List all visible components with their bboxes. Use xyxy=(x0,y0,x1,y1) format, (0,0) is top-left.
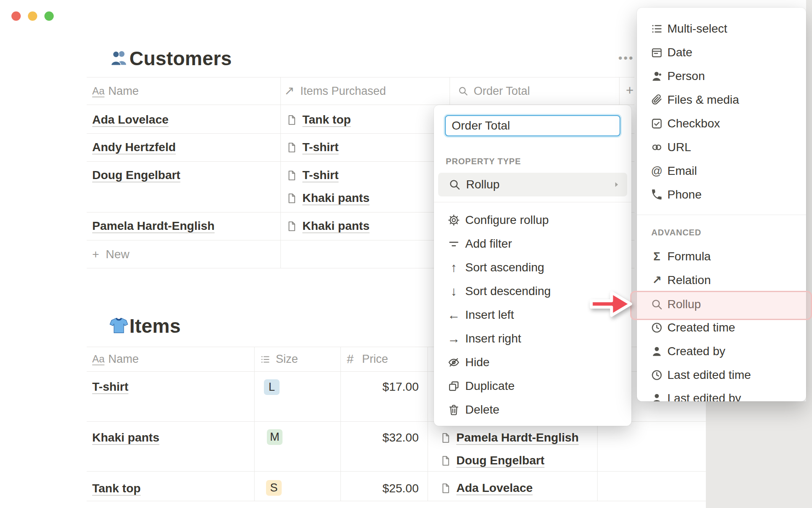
type-option-last-edited-by[interactable]: Last edited by xyxy=(637,387,806,401)
size-tag[interactable]: M xyxy=(267,429,283,445)
customer-name-link[interactable]: Doug Engelbart xyxy=(92,168,180,183)
paperclip-icon xyxy=(650,94,663,106)
new-row-button[interactable]: + New xyxy=(92,247,129,262)
add-column-button[interactable]: + xyxy=(626,83,634,98)
rollup-icon xyxy=(448,178,461,191)
size-tag[interactable]: S xyxy=(266,480,282,496)
type-option-relation[interactable]: ↗ Relation xyxy=(637,268,806,292)
relation-page-link[interactable]: Khaki pants xyxy=(286,190,370,206)
type-option-last-edited-time[interactable]: Last edited time xyxy=(637,363,806,387)
item-name-link[interactable]: T-shirt xyxy=(92,379,129,395)
customer-name-link[interactable]: Andy Hertzfeld xyxy=(92,140,176,155)
page-link-label: Khaki pants xyxy=(302,219,370,233)
plus-icon: + xyxy=(92,248,99,261)
column-header-price[interactable]: Price xyxy=(362,351,388,367)
item-name-link[interactable]: Khaki pants xyxy=(92,430,159,445)
relation-page-link[interactable]: T-shirt xyxy=(286,140,339,155)
arrow-right-icon: → xyxy=(447,332,460,345)
menu-divider xyxy=(434,202,631,202)
zoom-window-button[interactable] xyxy=(44,11,54,21)
arrow-left-icon: ← xyxy=(447,309,460,321)
table-grid-line xyxy=(280,77,281,268)
page-icon xyxy=(286,114,297,126)
relation-page-link[interactable]: Doug Engelbart xyxy=(440,453,544,468)
customer-name-link[interactable]: Ada Lovelace xyxy=(92,112,169,127)
price-cell[interactable]: $25.00 xyxy=(340,481,419,496)
page-icon xyxy=(286,170,297,181)
desktop-background xyxy=(706,401,812,508)
menu-item-add-filter[interactable]: Add filter xyxy=(434,232,631,256)
page-link-label: Pamela Hardt-English xyxy=(456,431,579,444)
size-tag[interactable]: L xyxy=(264,379,280,395)
relation-page-link[interactable]: Khaki pants xyxy=(286,218,370,234)
customers-db-title[interactable]: Customers xyxy=(129,47,232,70)
table-grid-line xyxy=(87,501,706,501)
notion-window: Customers ••• Aa Name ↗ Items Purchased … xyxy=(0,0,812,508)
page-link-label: Khaki pants xyxy=(302,191,370,205)
person-icon xyxy=(650,345,663,358)
tshirt-emoji-icon xyxy=(109,316,129,335)
property-menu: PROPERTY TYPE Rollup Configure r xyxy=(434,105,631,426)
page-link-label: T-shirt xyxy=(302,168,339,182)
table-grid-line xyxy=(254,347,255,501)
advanced-section-label: ADVANCED xyxy=(651,228,701,237)
price-cell[interactable]: $32.00 xyxy=(340,430,419,445)
arrow-up-icon: ↑ xyxy=(447,261,460,274)
menu-item-delete[interactable]: Delete xyxy=(434,398,631,422)
person-icon xyxy=(650,70,663,83)
type-option-checkbox[interactable]: Checkbox xyxy=(637,112,806,135)
type-option-url[interactable]: URL xyxy=(637,135,806,159)
column-header-size[interactable]: Size xyxy=(276,351,298,367)
page-icon xyxy=(440,432,451,444)
column-header-name[interactable]: Name xyxy=(108,83,139,99)
menu-item-configure-rollup[interactable]: Configure rollup xyxy=(434,208,631,232)
table-grid-line xyxy=(619,77,620,105)
relation-page-link[interactable]: Tank top xyxy=(286,112,351,127)
items-db-title[interactable]: Items xyxy=(129,315,181,337)
price-cell[interactable]: $17.00 xyxy=(340,379,419,395)
page-icon xyxy=(286,142,297,153)
type-option-formula[interactable]: Σ Formula xyxy=(637,245,806,268)
relation-icon: ↗ xyxy=(650,274,663,287)
property-name-input[interactable] xyxy=(445,115,620,136)
people-emoji-icon xyxy=(109,48,129,68)
column-header-name[interactable]: Name xyxy=(108,351,139,367)
relation-page-link[interactable]: Pamela Hardt-English xyxy=(440,430,579,445)
type-option-phone[interactable]: Phone xyxy=(637,183,806,207)
page-icon xyxy=(286,193,297,204)
column-header-order-total[interactable]: Order Total xyxy=(474,83,530,99)
select-list-icon xyxy=(260,354,271,365)
relation-icon: ↗ xyxy=(284,83,294,98)
eye-off-icon xyxy=(447,356,460,369)
person-icon xyxy=(650,392,663,401)
menu-item-duplicate[interactable]: Duplicate xyxy=(434,374,631,398)
rollup-icon xyxy=(458,86,469,97)
type-option-date[interactable]: Date xyxy=(637,41,806,64)
table-grid-line xyxy=(428,347,428,501)
selected-type-label: Rollup xyxy=(466,177,499,192)
menu-item-hide[interactable]: Hide xyxy=(434,351,631,374)
table-grid-line xyxy=(340,347,341,501)
type-option-created-by[interactable]: Created by xyxy=(637,340,806,363)
type-option-multi-select[interactable]: Multi-select xyxy=(637,17,806,41)
relation-page-link[interactable]: T-shirt xyxy=(286,168,339,183)
chevron-right-icon xyxy=(612,180,621,189)
column-header-items-purchased[interactable]: Items Purchased xyxy=(300,83,386,99)
minimize-window-button[interactable] xyxy=(28,11,37,21)
property-type-menu: Multi-select Date Person Files & media C… xyxy=(637,8,806,401)
close-window-button[interactable] xyxy=(11,11,21,21)
customer-name-link[interactable]: Pamela Hardt-English xyxy=(92,218,214,234)
text-type-icon: Aa xyxy=(92,83,104,99)
relation-page-link[interactable]: Ada Lovelace xyxy=(440,480,533,496)
menu-item-insert-right[interactable]: → Insert right xyxy=(434,327,631,351)
type-option-files-media[interactable]: Files & media xyxy=(637,88,806,112)
red-arrow-annotation xyxy=(589,289,634,319)
type-option-person[interactable]: Person xyxy=(637,64,806,88)
type-option-email[interactable]: @ Email xyxy=(637,159,806,183)
menu-item-sort-ascending[interactable]: ↑ Sort ascending xyxy=(434,256,631,279)
property-type-selector[interactable]: Rollup xyxy=(438,173,627,196)
clock-icon xyxy=(650,369,663,381)
item-name-link[interactable]: Tank top xyxy=(92,481,141,496)
clock-icon xyxy=(650,321,663,334)
database-options-button[interactable]: ••• xyxy=(618,52,634,65)
